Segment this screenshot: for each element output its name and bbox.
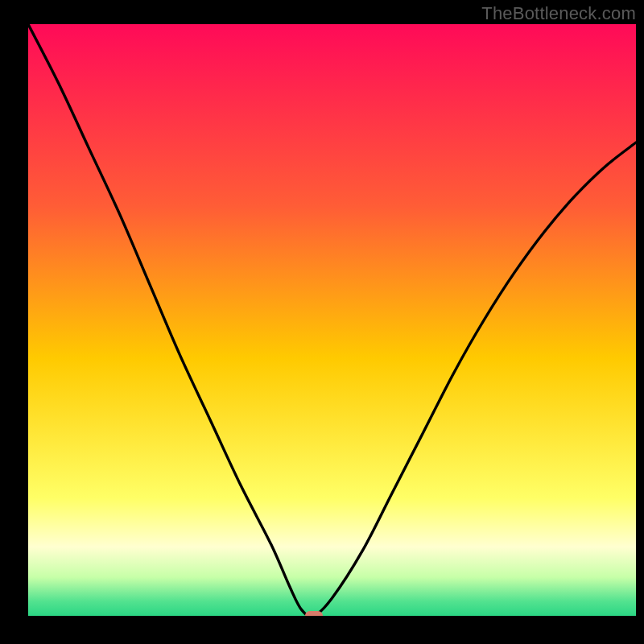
- bottleneck-curve: [28, 24, 636, 616]
- chart-frame: TheBottleneck.com: [0, 0, 644, 644]
- optimal-point-marker: [305, 611, 323, 616]
- watermark-text: TheBottleneck.com: [481, 3, 636, 24]
- plot-area: [28, 24, 636, 616]
